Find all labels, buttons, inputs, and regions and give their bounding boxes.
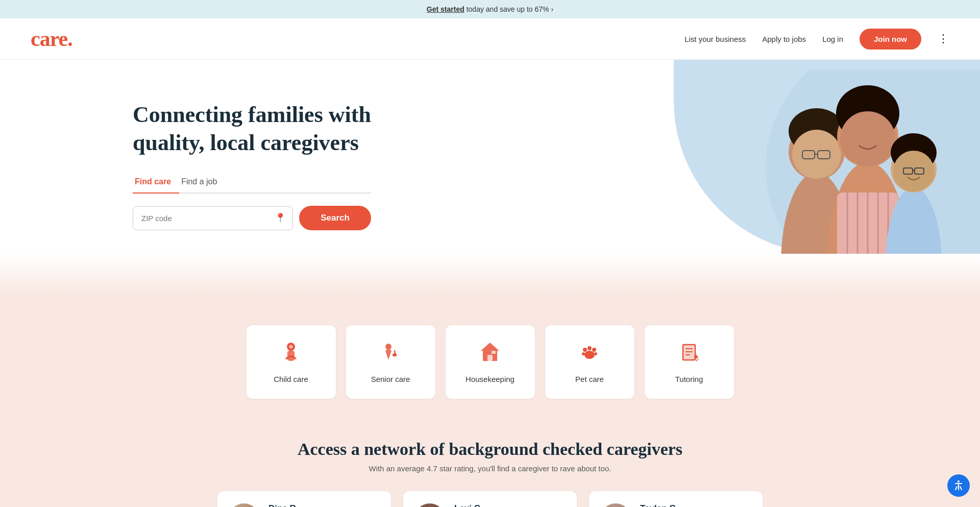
caregiver-info-taylen: Taylen G. Atoka, TN 38004 ★ ★ ★ ★ ★ (9) (640, 503, 752, 507)
categories-section: Child care Senior care (0, 295, 980, 419)
hero-family-image (725, 70, 980, 254)
logo[interactable]: care. (31, 27, 72, 51)
hero-section: Connecting families with quality, local … (0, 60, 980, 254)
caregiver-info-lexi: Lexi C. Kent, WA 98031 ★ ★ ★ ★ ★ (12) (454, 503, 567, 507)
child-icon (280, 341, 302, 368)
avatar-taylen (599, 503, 632, 507)
get-started-link[interactable]: Get started (427, 5, 464, 13)
svg-rect-30 (492, 351, 496, 354)
tutoring-icon (678, 341, 700, 368)
caregiver-name-lexi: Lexi C. (454, 503, 567, 507)
category-tutoring[interactable]: Tutoring (645, 325, 734, 399)
senior-care-label: Senior care (371, 375, 410, 383)
svg-point-45 (958, 480, 960, 482)
avatar-lexi (413, 503, 446, 507)
caregiver-card-dina[interactable]: Dina R. Bethlehem, PA, 18018 ★ ★ ★ ★ ★ (… (217, 491, 391, 507)
pin-icon: 📍 (275, 212, 286, 224)
category-housekeeping[interactable]: Housekeeping (446, 325, 535, 399)
zip-input-wrapper: 📍 (133, 206, 293, 230)
category-senior-care[interactable]: Senior care (346, 325, 435, 399)
caregiver-card-taylen[interactable]: Taylen G. Atoka, TN 38004 ★ ★ ★ ★ ★ (9) (589, 491, 763, 507)
svg-point-33 (587, 346, 592, 350)
network-title: Access a network of background checked c… (31, 440, 949, 459)
network-section: Access a network of background checked c… (0, 419, 980, 507)
tutoring-label: Tutoring (675, 375, 703, 383)
svg-point-27 (385, 344, 391, 350)
nav-links: List your business Apply to jobs Log in … (684, 29, 949, 50)
svg-point-36 (594, 352, 597, 355)
navbar: care. List your business Apply to jobs L… (0, 18, 980, 60)
zip-input[interactable] (133, 206, 293, 230)
avatar-dina (228, 503, 260, 507)
hero-tabs: Find care Find a job (133, 173, 371, 194)
promo-banner: Get started today and save up to 67% › (0, 0, 980, 18)
svg-point-11 (840, 111, 895, 166)
apply-jobs-link[interactable]: Apply to jobs (762, 35, 806, 43)
hero-image-area (623, 60, 980, 254)
hero-title: Connecting families with quality, local … (133, 101, 371, 157)
network-subtitle: With an average 4.7 star rating, you'll … (31, 464, 949, 473)
svg-point-32 (583, 348, 587, 352)
caregiver-cards: Dina R. Bethlehem, PA, 18018 ★ ★ ★ ★ ★ (… (31, 491, 949, 507)
find-care-tab[interactable]: Find care (133, 173, 179, 194)
join-now-button[interactable]: Join now (860, 29, 921, 50)
accessibility-button[interactable] (947, 474, 970, 497)
svg-point-31 (584, 351, 595, 359)
child-care-label: Child care (274, 375, 308, 383)
svg-line-44 (696, 359, 698, 361)
housekeeping-label: Housekeeping (465, 375, 514, 383)
hero-content: Connecting families with quality, local … (133, 90, 371, 230)
senior-icon (379, 341, 402, 368)
list-business-link[interactable]: List your business (684, 35, 746, 43)
hero-search: 📍 Search (133, 206, 371, 230)
svg-rect-29 (487, 355, 493, 361)
caregiver-name-dina: Dina R. (268, 503, 381, 507)
more-menu-button[interactable]: ⋮ (938, 32, 949, 45)
svg-point-35 (582, 352, 585, 355)
pet-care-label: Pet care (575, 375, 604, 383)
caregiver-card-lexi[interactable]: Lexi C. Kent, WA 98031 ★ ★ ★ ★ ★ (12) (403, 491, 577, 507)
house-icon (479, 341, 501, 368)
category-pet-care[interactable]: Pet care (545, 325, 634, 399)
categories-grid: Child care Senior care (31, 325, 949, 399)
category-child-care[interactable]: Child care (247, 325, 336, 399)
wave-transition (0, 254, 980, 295)
caregiver-name-taylen: Taylen G. (640, 503, 752, 507)
svg-point-34 (592, 348, 596, 352)
search-button[interactable]: Search (299, 206, 371, 230)
caregiver-info-dina: Dina R. Bethlehem, PA, 18018 ★ ★ ★ ★ ★ (… (268, 503, 381, 507)
paw-icon (578, 341, 601, 368)
find-job-tab[interactable]: Find a job (179, 173, 225, 194)
banner-text: today and save up to 67% › (467, 5, 553, 13)
log-in-link[interactable]: Log in (822, 35, 843, 43)
